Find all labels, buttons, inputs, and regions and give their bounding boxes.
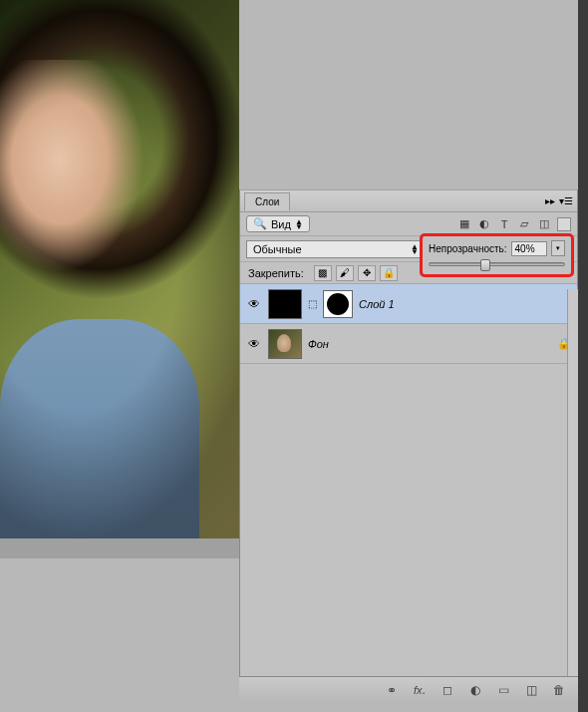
panel-tab-bar: Слои ▸▸ ▾☰ bbox=[240, 190, 577, 212]
filter-adjustment-icon[interactable]: ◐ bbox=[477, 217, 491, 231]
adjustment-layer-button[interactable]: ◐ bbox=[466, 681, 484, 699]
group-button[interactable]: ▭ bbox=[494, 681, 512, 699]
lock-pixels-button[interactable]: 🖌 bbox=[336, 265, 354, 281]
collapse-icon[interactable]: ▸▸ bbox=[543, 193, 557, 207]
filter-toggle[interactable] bbox=[557, 217, 571, 231]
fx-button[interactable]: fx. bbox=[411, 681, 429, 699]
blend-mode-value: Обычные bbox=[253, 243, 302, 255]
opacity-input[interactable]: 40% bbox=[511, 241, 548, 256]
opacity-label: Непрозрачность: bbox=[429, 243, 507, 254]
layer-row[interactable]: 👁 Фон 🔒 bbox=[240, 324, 577, 364]
lock-label: Закрепить: bbox=[248, 267, 304, 279]
visibility-icon[interactable]: 👁 bbox=[246, 296, 262, 312]
lock-transparency-button[interactable]: ▩ bbox=[314, 265, 332, 281]
tab-layers[interactable]: Слои bbox=[244, 192, 290, 210]
layer-thumbnail[interactable] bbox=[268, 289, 302, 319]
vignette-overlay bbox=[0, 0, 239, 538]
layer-row[interactable]: 👁 ⬚ Слой 1 bbox=[240, 284, 577, 324]
new-layer-button[interactable]: ◫ bbox=[522, 681, 540, 699]
opacity-flyout-icon[interactable]: ▾ bbox=[551, 240, 565, 256]
opacity-slider-thumb[interactable] bbox=[480, 259, 490, 271]
filter-label: Вид bbox=[271, 218, 291, 230]
opacity-slider[interactable] bbox=[429, 262, 565, 266]
chevron-updown-icon: ▲▼ bbox=[295, 219, 303, 229]
app-right-edge bbox=[578, 0, 588, 712]
add-mask-button[interactable]: ◻ bbox=[439, 681, 456, 699]
link-layers-button[interactable]: ⚭ bbox=[383, 681, 401, 699]
layers-panel: Слои ▸▸ ▾☰ 🔍 Вид ▲▼ ▦ ◐ T ▱ ◫ Обычные ▲▼… bbox=[239, 189, 578, 702]
document-image[interactable] bbox=[0, 0, 239, 538]
filter-image-icon[interactable]: ▦ bbox=[457, 217, 471, 231]
layer-thumbnail[interactable] bbox=[268, 329, 302, 359]
lock-all-button[interactable]: 🔒 bbox=[380, 265, 398, 281]
layer-name[interactable]: Фон bbox=[308, 338, 329, 350]
chevron-updown-icon: ▲▼ bbox=[411, 244, 419, 254]
lock-position-button[interactable]: ✥ bbox=[358, 265, 376, 281]
filter-smart-icon[interactable]: ◫ bbox=[537, 217, 551, 231]
filter-dropdown[interactable]: 🔍 Вид ▲▼ bbox=[246, 215, 310, 232]
layers-list: 👁 ⬚ Слой 1 👁 Фон 🔒 bbox=[240, 284, 577, 364]
layers-bottom-toolbar: ⚭ fx. ◻ ◐ ▭ ◫ 🗑 bbox=[239, 676, 578, 702]
opacity-control-highlighted: Непрозрачность: 40% ▾ bbox=[420, 233, 574, 277]
panel-scrollbar[interactable] bbox=[567, 289, 578, 676]
mask-link-icon[interactable]: ⬚ bbox=[308, 298, 317, 309]
layer-mask-thumbnail[interactable] bbox=[323, 290, 353, 318]
search-icon: 🔍 bbox=[253, 217, 267, 230]
visibility-icon[interactable]: 👁 bbox=[246, 336, 262, 352]
delete-button[interactable]: 🗑 bbox=[550, 681, 568, 699]
layer-name[interactable]: Слой 1 bbox=[359, 298, 395, 310]
canvas-area bbox=[0, 0, 239, 558]
panel-menu-icon[interactable]: ▾☰ bbox=[559, 193, 573, 207]
blend-mode-select[interactable]: Обычные ▲▼ bbox=[246, 240, 426, 258]
filter-text-icon[interactable]: T bbox=[497, 217, 511, 231]
filter-icons: ▦ ◐ T ▱ ◫ bbox=[457, 217, 551, 231]
filter-shape-icon[interactable]: ▱ bbox=[517, 217, 531, 231]
